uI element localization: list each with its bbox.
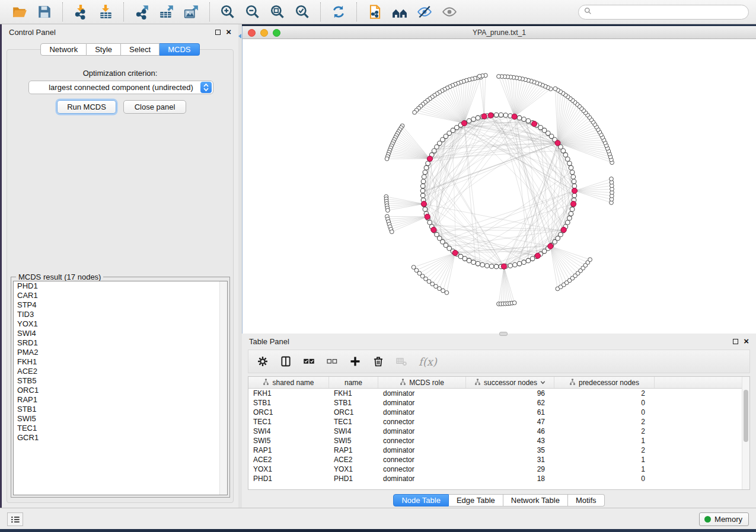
collapse-divider-icon[interactable]	[238, 34, 241, 39]
memory-button[interactable]: Memory	[699, 512, 749, 526]
table-row[interactable]: ORC1ORC1dominator610	[248, 408, 749, 417]
tab-node-table[interactable]: Node Table	[393, 494, 449, 507]
run-mcds-button[interactable]: Run MCDS	[57, 100, 116, 114]
horizontal-split-grip[interactable]	[499, 332, 508, 336]
tab-edge-table[interactable]: Edge Table	[449, 494, 503, 507]
tab-style[interactable]: Style	[87, 43, 121, 56]
zoom-out-icon[interactable]	[244, 3, 261, 21]
desktop-wallpaper-strip	[0, 529, 756, 532]
zoom-fit-icon[interactable]	[269, 3, 286, 21]
tab-motifs[interactable]: Motifs	[568, 494, 605, 507]
mcds-result-node[interactable]: TID3	[14, 310, 227, 319]
column-header-name[interactable]: name	[329, 377, 378, 388]
mcds-result-node[interactable]: SWI5	[14, 414, 227, 424]
tab-network[interactable]: Network	[40, 43, 87, 56]
table-row[interactable]: STB1STB1dominator620	[248, 398, 749, 408]
import-network-icon[interactable]	[72, 3, 90, 21]
select-all-icon[interactable]	[303, 355, 315, 367]
cell-shared-name: SWI4	[248, 427, 329, 435]
zoom-in-icon[interactable]	[219, 3, 237, 21]
mcds-result-node[interactable]: SRD1	[14, 338, 227, 348]
mcds-result-node[interactable]: STB1	[14, 405, 227, 414]
table-settings-icon[interactable]	[257, 355, 269, 367]
tab-select[interactable]: Select	[121, 43, 160, 56]
deselect-all-icon[interactable]	[326, 355, 338, 367]
cell-predecessor-nodes: 2	[554, 446, 655, 454]
column-header-successor-nodes[interactable]: successor nodes	[466, 377, 554, 388]
task-history-button[interactable]	[7, 512, 23, 526]
float-table-panel-icon[interactable]	[733, 339, 738, 344]
mcds-result-node[interactable]: SWI4	[14, 329, 227, 338]
column-header-MCDS-role[interactable]: MCDS role	[378, 377, 466, 388]
column-label: MCDS role	[409, 379, 444, 387]
zoom-selected-icon[interactable]	[294, 3, 311, 21]
save-session-icon[interactable]	[36, 3, 53, 21]
network-canvas[interactable]	[243, 39, 756, 334]
hide-selected-icon[interactable]	[416, 3, 433, 21]
table-row[interactable]: SWI5SWI5connector431	[248, 436, 749, 446]
table-row[interactable]: ACE2ACE2connector311	[248, 455, 749, 464]
mcds-result-node[interactable]: ACE2	[14, 367, 227, 376]
table-row[interactable]: PHD1PHD1dominator180	[248, 474, 749, 483]
cell-name: SWI5	[329, 437, 378, 445]
mcds-result-node[interactable]: RAP1	[14, 395, 227, 405]
export-table-icon[interactable]	[158, 3, 176, 21]
mcds-result-node[interactable]: PHD1	[14, 281, 227, 291]
optimization-criterion-select[interactable]: largest connected component (undirected)	[28, 81, 213, 94]
table-row[interactable]: SWI4SWI4dominator462	[248, 427, 749, 436]
cell-shared-name: SWI5	[248, 437, 329, 445]
new-network-from-selection-icon[interactable]	[366, 3, 384, 21]
mcds-result-node[interactable]: GCR1	[14, 433, 227, 443]
tab-mcds[interactable]: MCDS	[160, 43, 199, 56]
column-type-icon	[474, 379, 481, 387]
show-all-icon[interactable]	[441, 3, 458, 21]
function-builder-icon[interactable]: f(x)	[419, 355, 437, 368]
cell-successor-nodes: 62	[466, 399, 554, 407]
delete-column-icon[interactable]	[372, 355, 384, 367]
toolbar-separator	[356, 2, 357, 21]
export-image-icon[interactable]	[183, 3, 200, 21]
close-panel-button[interactable]: Close panel	[123, 100, 186, 114]
result-scrollbar[interactable]	[219, 281, 227, 495]
refresh-icon[interactable]	[330, 3, 347, 21]
search-input[interactable]	[595, 8, 743, 16]
show-column-icon[interactable]	[280, 355, 292, 367]
table-row[interactable]: YOX1YOX1connector291	[248, 464, 749, 474]
node-table: shared namenameMCDS rolesuccessor nodesp…	[248, 376, 750, 490]
mcds-result-node[interactable]: STB5	[14, 376, 227, 386]
export-network-icon[interactable]	[133, 3, 151, 21]
column-header-predecessor-nodes[interactable]: predecessor nodes	[554, 377, 655, 388]
window-minimize-icon[interactable]	[260, 29, 268, 37]
mcds-result-node[interactable]: YOX1	[14, 319, 227, 329]
mcds-result-node[interactable]: CAR1	[14, 291, 227, 300]
mcds-result-node[interactable]: TEC1	[14, 424, 227, 433]
cell-shared-name: RAP1	[248, 446, 329, 454]
window-close-icon[interactable]	[248, 29, 256, 37]
sort-desc-icon	[540, 379, 546, 387]
cell-shared-name: YOX1	[248, 465, 329, 473]
window-maximize-icon[interactable]	[273, 29, 280, 37]
close-panel-icon[interactable]: ×	[226, 28, 231, 36]
table-panel-titlebar: Table Panel ×	[242, 334, 756, 349]
mcds-result-node[interactable]: PMA2	[14, 348, 227, 357]
search-box[interactable]	[578, 5, 749, 20]
close-table-panel-icon[interactable]: ×	[744, 338, 749, 345]
column-header-shared-name[interactable]: shared name	[248, 377, 329, 388]
float-panel-icon[interactable]	[215, 30, 221, 35]
add-column-icon[interactable]	[349, 355, 361, 367]
open-file-icon[interactable]	[11, 3, 28, 21]
import-table-icon[interactable]	[97, 3, 114, 21]
mcds-result-node[interactable]: ORC1	[14, 386, 227, 395]
tab-network-table[interactable]: Network Table	[503, 494, 568, 507]
cell-shared-name: ORC1	[248, 408, 329, 416]
network-title: YPA_prune.txt_1	[473, 28, 526, 37]
table-row[interactable]: FKH1FKH1dominator962	[248, 389, 749, 398]
delete-table-icon[interactable]	[395, 355, 407, 367]
scrollbar-thumb[interactable]	[744, 390, 748, 442]
table-scrollbar[interactable]	[742, 377, 749, 489]
mcds-result-node[interactable]: FKH1	[14, 357, 227, 367]
first-neighbors-icon[interactable]	[391, 3, 409, 21]
table-row[interactable]: TEC1TEC1connector472	[248, 417, 749, 427]
table-row[interactable]: RAP1RAP1dominator352	[248, 446, 749, 455]
mcds-result-node[interactable]: STP4	[14, 300, 227, 310]
